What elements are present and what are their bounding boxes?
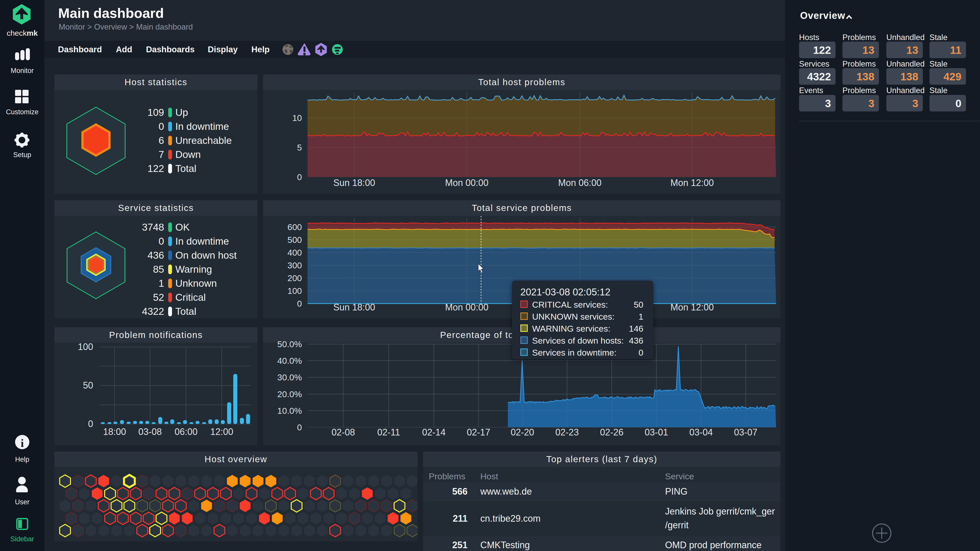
svg-text:1: 1 [159,278,164,289]
svg-text:Sun 18:00: Sun 18:00 [333,302,375,313]
svg-text:Critical: Critical [175,292,206,303]
svg-text:02-11: 02-11 [377,427,400,437]
svg-text:0: 0 [297,172,302,182]
svg-text:0: 0 [297,299,302,308]
svg-text:Down: Down [175,149,201,160]
svg-text:109: 109 [148,107,164,118]
svg-text:50: 50 [83,380,93,391]
svg-text:436: 436 [148,250,164,261]
svg-text:03-08: 03-08 [138,427,162,437]
svg-text:400: 400 [287,248,302,257]
svg-text:02-26: 02-26 [600,427,624,437]
svg-text:Mon 12:00: Mon 12:00 [670,178,714,188]
svg-text:Total: Total [175,163,196,174]
svg-text:12:00: 12:00 [210,427,233,437]
svg-text:Mon 12:00: Mon 12:00 [670,302,714,313]
svg-text:30.0%: 30.0% [277,372,302,382]
svg-text:100: 100 [78,341,93,352]
svg-text:4322: 4322 [142,306,164,317]
svg-text:Unreachable: Unreachable [175,135,232,146]
svg-text:In downtime: In downtime [175,121,229,132]
svg-text:0: 0 [88,419,93,429]
svg-text:Total: Total [175,306,196,317]
svg-text:Unknown: Unknown [175,278,217,289]
svg-text:0: 0 [159,121,164,132]
svg-text:02-23: 02-23 [555,427,579,437]
svg-text:Mon 06:00: Mon 06:00 [558,178,601,188]
svg-text:3748: 3748 [142,222,164,233]
svg-text:100: 100 [287,286,302,295]
svg-text:50.0%: 50.0% [277,339,302,349]
svg-text:18:00: 18:00 [103,427,126,437]
svg-text:02-20: 02-20 [511,427,534,437]
svg-text:300: 300 [287,260,302,270]
svg-text:7: 7 [159,149,164,160]
svg-text:122: 122 [148,163,164,174]
svg-text:02-08: 02-08 [331,427,355,437]
svg-text:600: 600 [287,222,302,232]
svg-text:On down host: On down host [175,250,237,261]
svg-text:200: 200 [287,273,302,283]
svg-text:Sun 18:00: Sun 18:00 [333,178,375,188]
svg-text:03-04: 03-04 [689,427,713,437]
svg-text:OK: OK [175,222,189,233]
svg-text:Up: Up [175,107,188,118]
svg-text:Mon 00:00: Mon 00:00 [445,178,488,188]
svg-text:i: i [21,437,24,449]
svg-text:03-07: 03-07 [734,427,757,437]
svg-text:0: 0 [297,422,302,432]
svg-text:40.0%: 40.0% [277,356,302,365]
svg-text:10.0%: 10.0% [277,406,302,416]
svg-text:10: 10 [292,113,302,123]
svg-text:5: 5 [297,143,302,152]
svg-text:52: 52 [153,292,164,303]
svg-text:6: 6 [159,135,164,146]
svg-text:500: 500 [287,235,302,245]
svg-text:Mon 00:00: Mon 00:00 [445,302,488,313]
svg-text:20.0%: 20.0% [277,389,302,399]
svg-text:06:00: 06:00 [175,427,197,437]
svg-text:02-17: 02-17 [467,427,490,437]
svg-text:03-01: 03-01 [645,427,668,437]
svg-text:Warning: Warning [175,264,212,275]
svg-text:0: 0 [159,236,164,247]
svg-text:In downtime: In downtime [175,236,229,247]
svg-text:02-14: 02-14 [422,427,445,437]
svg-text:85: 85 [153,264,164,275]
